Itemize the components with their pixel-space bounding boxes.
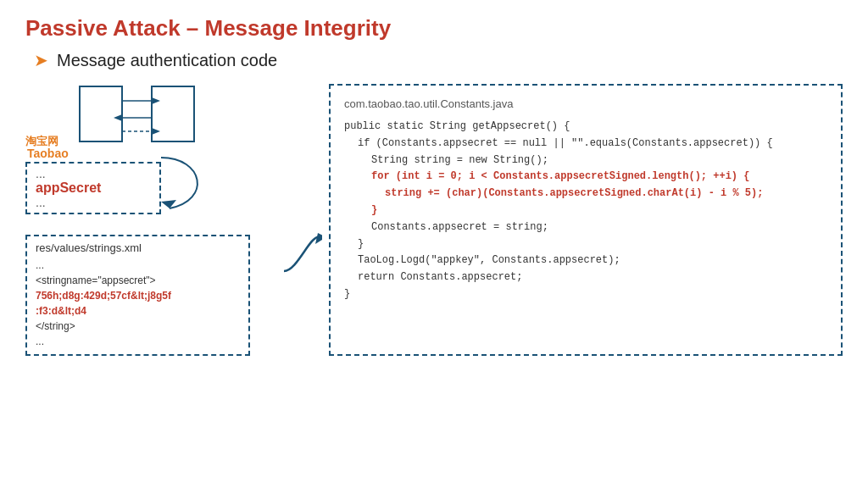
code-line3: String string = new String(); bbox=[371, 152, 827, 169]
resvalues-line1: ... bbox=[36, 258, 240, 273]
appsecret-label: appSecret bbox=[36, 180, 151, 196]
resvalues-line2: <stringname="appsecret"> bbox=[36, 273, 240, 288]
right-panel: com.taobao.tao.util.Constants.java publi… bbox=[329, 84, 843, 356]
svg-rect-0 bbox=[80, 86, 122, 141]
code-line9: TaoLog.Logd("appkey", Constants.appsecre… bbox=[358, 252, 827, 269]
page: Passive Attack – Message Integrity ➤ Mes… bbox=[0, 0, 868, 488]
svg-rect-1 bbox=[152, 86, 194, 141]
subtitle-row: ➤ Message authentication code bbox=[34, 50, 843, 70]
svg-marker-5 bbox=[114, 114, 122, 121]
protocol-diagram bbox=[75, 82, 211, 158]
resvalues-line6: ... bbox=[36, 334, 240, 349]
code-line8: } bbox=[358, 236, 827, 253]
main-arrow bbox=[280, 229, 322, 280]
svg-marker-3 bbox=[152, 97, 160, 104]
code-line2: if (Constants.appsecret == null || "".eq… bbox=[358, 136, 827, 152]
taobao-label: Taobao bbox=[27, 147, 69, 160]
page-title: Passive Attack – Message Integrity bbox=[25, 15, 843, 42]
code-line10: return Constants.appsecret; bbox=[358, 269, 827, 286]
code-line11: } bbox=[344, 286, 827, 303]
content-area: 淘宝网 Taobao bbox=[25, 84, 843, 356]
code-line4: for (int i = 0; i < Constants.appsecretS… bbox=[371, 169, 827, 186]
appsecret-box: ... appSecret ... bbox=[25, 162, 161, 214]
code-filename: com.taobao.tao.util.Constants.java bbox=[344, 97, 827, 110]
left-panel: 淘宝网 Taobao bbox=[25, 91, 288, 356]
taobao-logo: 淘宝网 Taobao bbox=[25, 91, 288, 158]
taobao-icon-text: 淘宝网 bbox=[25, 136, 69, 147]
resvalues-title: res/values/strings.xml bbox=[36, 241, 240, 254]
resvalues-line5: </string> bbox=[36, 319, 240, 334]
resvalues-line3: 756h;d8g:429d;57cf&lt;j8g5f bbox=[36, 288, 240, 303]
taobao-icon-top: 淘宝网 bbox=[25, 135, 58, 147]
taobao-icon-area: 淘宝网 Taobao bbox=[25, 136, 69, 158]
subtitle: Message authentication code bbox=[57, 51, 277, 70]
resvalues-line4: :f3:d&lt;d4 bbox=[36, 303, 240, 319]
appsecret-dots-top: ... bbox=[36, 167, 151, 180]
svg-marker-7 bbox=[152, 128, 160, 135]
code-line5: string += (char)(Constants.appsecretSign… bbox=[385, 186, 827, 202]
resvalues-content: ... <stringname="appsecret"> 756h;d8g:42… bbox=[36, 258, 240, 349]
code-line7: Constants.appsecret = string; bbox=[371, 219, 827, 236]
code-line1: public static String getAppsecret() { bbox=[344, 119, 827, 136]
resvalues-box: res/values/strings.xml ... <stringname="… bbox=[25, 235, 250, 356]
bullet-arrow: ➤ bbox=[34, 50, 48, 70]
curved-arrow bbox=[153, 149, 220, 217]
code-line6: } bbox=[371, 202, 827, 219]
appsecret-dots-bottom: ... bbox=[36, 196, 151, 209]
code-block: public static String getAppsecret() { if… bbox=[344, 119, 827, 303]
